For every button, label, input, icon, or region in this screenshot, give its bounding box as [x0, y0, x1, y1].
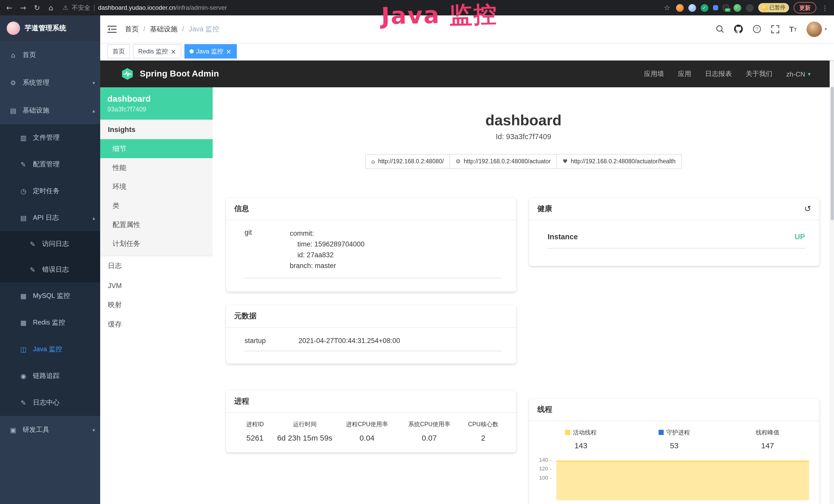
process-col-cpus: CPU核心数 — [460, 420, 506, 428]
search-icon[interactable] — [716, 25, 725, 33]
back-icon[interactable]: ← — [5, 4, 13, 12]
sidebar-item-system[interactable]: ⚙ 系统管理 ▾ — [0, 69, 100, 96]
breadcrumb-home[interactable]: 首页 — [125, 24, 139, 33]
github-icon[interactable] — [734, 25, 743, 33]
sba-main: dashboard Id: 93a3fc7f7409 ⌂ http://192.… — [213, 87, 834, 504]
sidebar-item-scheduled-jobs[interactable]: ◷ 定时任务 — [0, 178, 100, 204]
sidebar-item-dev-tools[interactable]: ▣ 研发工具 ▾ — [0, 416, 100, 444]
address-bar[interactable]: ⚠ 不安全 dashboard.yudao.iocoder.cn/infra/a… — [63, 3, 657, 12]
cards-column-right: 健康 ↺ Instance UP 线程 — [529, 198, 819, 504]
info-card: 信息 git commit: time: 1596289704000 id: 2… — [226, 198, 516, 292]
live-threads-value: 143 — [534, 441, 628, 450]
scrollbar-track[interactable] — [830, 60, 834, 504]
sidebar-item-label: 链路追踪 — [33, 371, 60, 381]
paused-extension-badge[interactable]: 已暂停 — [758, 3, 789, 12]
sidebar-item-error-logs[interactable]: ✎ 错误日志 — [0, 257, 100, 282]
sidebar-item-mysql-monitor[interactable]: ▦ MySQL 监控 — [0, 282, 100, 309]
extension-icon-1[interactable] — [676, 4, 683, 12]
forward-icon[interactable]: → — [19, 4, 27, 12]
instance-id-line: Id: 93a3fc7f7409 — [213, 133, 834, 141]
legend-label: 线程峰值 — [756, 429, 779, 436]
sba-nav-wall[interactable]: 应用墙 — [644, 69, 664, 78]
sidebar-item-java-monitor[interactable]: ◫ Java 监控 — [0, 336, 100, 363]
close-icon[interactable]: × — [171, 48, 176, 55]
tab-redis-monitor[interactable]: Redis 监控 × — [133, 44, 181, 59]
home-icon: ⌂ — [371, 158, 375, 165]
sidebar-item-home[interactable]: ⌂ 首页 — [0, 41, 100, 69]
sba-menu-mappings[interactable]: 映射 — [100, 295, 213, 315]
instance-url-button[interactable]: ⌂ http://192.168.0.2:48080/ — [365, 154, 450, 169]
sidebar-item-label: API 日志 — [33, 213, 59, 222]
document-icon: ✎ — [20, 399, 27, 407]
threads-chart: 140 120 100 — [536, 457, 810, 503]
sidebar-item-redis-monitor[interactable]: ▦ Redis 监控 — [0, 309, 100, 336]
sba-menu-environment[interactable]: 环境 — [100, 177, 213, 196]
sidebar-item-config-management[interactable]: ✎ 配置管理 — [0, 151, 100, 178]
tab-java-monitor[interactable]: Java 监控 × — [184, 44, 237, 59]
user-menu[interactable]: ▾ — [807, 21, 827, 37]
sba-sidebar: dashboard 93a3fc7f7409 Insights 细节 性能 环境… — [100, 87, 213, 504]
sba-language-select[interactable]: zh-CN ▾ — [786, 70, 811, 78]
sidebar-item-label: 系统管理 — [23, 78, 49, 87]
sidebar-item-label: Java 监控 — [33, 345, 62, 354]
instance-title: dashboard — [213, 112, 834, 129]
daemon-threads-swatch — [659, 430, 664, 435]
sba-menu-beans[interactable]: 类 — [100, 196, 213, 215]
sidebar-item-file-management[interactable]: ▥ 文件管理 — [0, 124, 100, 151]
chrome-update-button[interactable]: 更新 — [794, 2, 816, 13]
app-logo — [7, 22, 20, 35]
sba-nav-about[interactable]: 关于我们 — [746, 69, 772, 78]
eye-icon: ◉ — [20, 372, 27, 380]
monitor-icon: ◫ — [20, 345, 27, 353]
sba-menu-jvm[interactable]: JVM — [100, 276, 213, 295]
scrollbar-thumb[interactable] — [831, 87, 834, 220]
health-instance-row[interactable]: Instance UP — [548, 220, 805, 249]
chrome-menu-icon[interactable]: ⋮ — [821, 4, 829, 12]
sba-menu-scheduled-tasks[interactable]: 计划任务 — [100, 234, 213, 253]
extension-icon-7[interactable] — [746, 4, 753, 12]
file-icon: ▥ — [20, 134, 27, 141]
app-logo-row[interactable]: 芋道管理系统 — [0, 16, 100, 41]
extension-icon-3[interactable]: ✓ — [700, 4, 708, 12]
collapse-sidebar-icon[interactable] — [107, 25, 117, 33]
sba-nav-applications[interactable]: 应用 — [678, 69, 691, 78]
extension-icon-4[interactable] — [713, 5, 718, 10]
sidebar-item-infrastructure[interactable]: ▤ 基础设施 ▴ — [0, 96, 100, 124]
close-icon[interactable]: × — [226, 48, 232, 55]
health-url-button[interactable]: ♥ http://192.168.0.2:48080/actuator/heal… — [556, 154, 682, 169]
sba-nav-journal[interactable]: 日志报表 — [705, 69, 732, 78]
sidebar-item-api-logs[interactable]: ▤ API 日志 ▴ — [0, 204, 100, 231]
sba-instance-header[interactable]: dashboard 93a3fc7f7409 — [100, 87, 213, 120]
history-icon[interactable]: ↺ — [804, 204, 811, 214]
reload-icon[interactable]: ↻ — [33, 4, 41, 12]
home-icon[interactable]: ⌂ — [47, 4, 55, 12]
sba-menu-metrics[interactable]: 性能 — [100, 158, 213, 177]
sidebar-item-label: 研发工具 — [23, 425, 49, 434]
extension-icon-2[interactable] — [688, 4, 696, 12]
sba-menu-config-props[interactable]: 配置属性 — [100, 215, 213, 234]
infrastructure-submenu: ▥ 文件管理 ✎ 配置管理 ◷ 定时任务 ▤ API 日志 ▴ — [0, 124, 100, 416]
breadcrumb-infrastructure[interactable]: 基础设施 — [150, 24, 178, 33]
tab-home[interactable]: 首页 — [107, 44, 130, 59]
tab-label: Java 监控 — [196, 47, 223, 56]
extension-icon-6[interactable] — [733, 4, 741, 12]
url-text: dashboard.yudao.iocoder.cn/infra/admin-s… — [98, 4, 227, 11]
font-size-icon[interactable]: TT — [789, 25, 797, 33]
help-icon[interactable]: ? — [753, 25, 762, 33]
chevron-down-icon: ▾ — [92, 80, 95, 86]
actuator-url-button[interactable]: ⚙ http://192.168.0.2:48080/actuator — [449, 154, 557, 169]
sba-menu-details[interactable]: 细节 — [100, 139, 213, 158]
sba-menu-loggers[interactable]: 日志 — [100, 256, 213, 276]
sidebar-item-log-center[interactable]: ✎ 日志中心 — [0, 389, 100, 416]
threads-legend: 活动线程 守护进程 线程峰值 — [534, 429, 814, 450]
sba-brand[interactable]: Spring Boot Admin — [121, 67, 219, 81]
bookmark-star-icon[interactable]: ☆ — [663, 4, 671, 12]
not-secure-label[interactable]: 不安全 — [72, 3, 90, 12]
legend-label: 活动线程 — [573, 429, 597, 436]
fullscreen-icon[interactable] — [771, 25, 780, 33]
tabs-bar: 首页 Redis 监控 × Java 监控 × — [100, 43, 834, 61]
sidebar-item-access-logs[interactable]: ✎ 访问日志 — [0, 231, 100, 257]
extension-icon-5[interactable]: on — [723, 5, 729, 11]
sba-menu-caches[interactable]: 缓存 — [100, 315, 213, 334]
sidebar-item-tracing[interactable]: ◉ 链路追踪 — [0, 363, 100, 389]
